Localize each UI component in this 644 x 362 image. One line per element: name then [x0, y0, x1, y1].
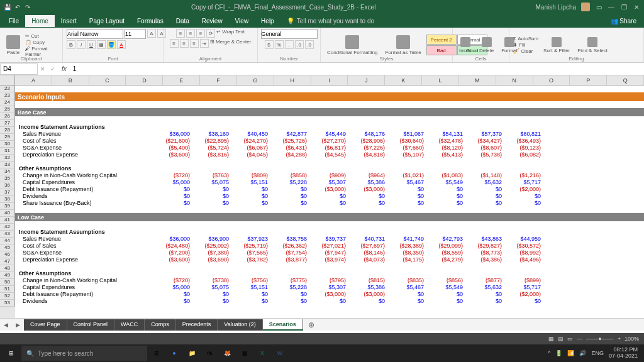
- data-cell[interactable]: $0: [504, 199, 543, 206]
- data-cell[interactable]: $51,067: [387, 130, 426, 137]
- word-icon[interactable]: W: [272, 346, 288, 361]
- data-cell[interactable]: ($21,600): [153, 137, 192, 144]
- col-header-I[interactable]: I: [311, 75, 348, 85]
- data-cell[interactable]: ($3,690): [192, 256, 231, 263]
- user-name[interactable]: Manish Lipcha: [536, 4, 576, 11]
- zoom-in-icon[interactable]: +: [618, 336, 621, 342]
- tab-nav-next-icon[interactable]: ▶: [12, 322, 24, 328]
- redo-icon[interactable]: ↷: [24, 3, 31, 11]
- data-cell[interactable]: ($3,600): [153, 256, 192, 263]
- data-cell[interactable]: $36,000: [153, 235, 192, 242]
- data-cell[interactable]: ($4,496): [504, 256, 543, 263]
- user-avatar-icon[interactable]: [581, 3, 590, 11]
- data-cell[interactable]: $44,959: [504, 235, 543, 242]
- col-header-D[interactable]: D: [126, 75, 163, 85]
- data-cell[interactable]: $0: [348, 199, 387, 206]
- sheet-tab-cover-page[interactable]: Cover Page: [24, 319, 67, 331]
- font-color-button[interactable]: A: [117, 40, 126, 49]
- data-cell[interactable]: ($5,724): [192, 144, 231, 151]
- start-button[interactable]: ⊞: [3, 346, 20, 361]
- data-cell[interactable]: $0: [153, 290, 192, 297]
- language-indicator[interactable]: ENG: [591, 350, 604, 356]
- tab-file[interactable]: File: [3, 15, 25, 27]
- tab-data[interactable]: Data: [170, 15, 196, 27]
- data-cell[interactable]: ($5,413): [426, 151, 465, 158]
- row-header-52[interactable]: 52: [0, 293, 15, 300]
- data-cell[interactable]: $0: [465, 199, 504, 206]
- data-cell[interactable]: ($909): [309, 172, 348, 178]
- data-cell[interactable]: $0: [153, 185, 192, 192]
- minimize-icon[interactable]: —: [608, 3, 615, 11]
- data-cell[interactable]: $45,449: [309, 130, 348, 137]
- row-header-24[interactable]: 24: [0, 99, 15, 106]
- fill-color-button[interactable]: 🪣: [107, 40, 116, 49]
- row-header-40[interactable]: 40: [0, 210, 15, 217]
- data-cell[interactable]: $0: [426, 297, 465, 304]
- view-normal-icon[interactable]: ▦: [548, 336, 554, 342]
- col-header-H[interactable]: H: [274, 75, 311, 85]
- format-painter-button[interactable]: 🖌 Format Painter: [25, 46, 58, 57]
- copy-button[interactable]: 📋 Copy: [25, 40, 58, 45]
- data-cell[interactable]: ($835): [387, 277, 426, 283]
- col-header-E[interactable]: E: [163, 75, 200, 85]
- row-header-47[interactable]: 47: [0, 258, 15, 265]
- data-cell[interactable]: $43,863: [465, 235, 504, 242]
- data-cell[interactable]: ($3,600): [153, 151, 192, 158]
- data-cell[interactable]: $40,450: [231, 130, 270, 137]
- data-cell[interactable]: ($4,279): [426, 256, 465, 263]
- data-cell[interactable]: $0: [153, 192, 192, 199]
- font-size-select[interactable]: [125, 29, 146, 39]
- data-cell[interactable]: $0: [270, 185, 309, 192]
- data-cell[interactable]: $57,379: [465, 130, 504, 137]
- data-cell[interactable]: ($8,559): [426, 249, 465, 256]
- data-cell[interactable]: ($815): [348, 277, 387, 283]
- data-cell[interactable]: ($4,386): [465, 256, 504, 263]
- row-header-53[interactable]: 53: [0, 300, 15, 307]
- data-cell[interactable]: ($1,148): [465, 172, 504, 178]
- fb-enter-icon[interactable]: ✓: [48, 66, 58, 72]
- zoom-level[interactable]: 100%: [625, 336, 639, 342]
- data-cell[interactable]: ($7,565): [231, 249, 270, 256]
- italic-button[interactable]: I: [77, 40, 86, 49]
- data-cell[interactable]: ($24,480): [153, 242, 192, 249]
- style-percent2[interactable]: Percent 2: [426, 35, 457, 45]
- col-header-F[interactable]: F: [200, 75, 237, 85]
- sheet-tab-comps[interactable]: Comps: [145, 319, 176, 331]
- data-cell[interactable]: ($5,400): [153, 144, 192, 151]
- data-cell[interactable]: ($899): [504, 277, 543, 283]
- data-cell[interactable]: ($1,021): [387, 172, 426, 178]
- col-header-G[interactable]: G: [237, 75, 274, 85]
- insert-cells-button[interactable]: Insert: [457, 36, 474, 55]
- data-cell[interactable]: $42,877: [270, 130, 309, 137]
- merge-center-button[interactable]: ⊞ Merge & Center: [210, 39, 252, 48]
- currency-icon[interactable]: $: [265, 40, 274, 49]
- row-header-27[interactable]: 27: [0, 120, 15, 127]
- excel-icon[interactable]: X: [254, 346, 270, 361]
- system-tray[interactable]: ^ 🔋 📶 🔊 ENG 08:12 PM 07-04-2021: [548, 347, 641, 359]
- align-left-icon[interactable]: ≡: [170, 39, 179, 48]
- data-cell[interactable]: $0: [426, 185, 465, 192]
- row-header-33[interactable]: 33: [0, 162, 15, 168]
- col-header-Q[interactable]: Q: [607, 75, 644, 85]
- data-cell[interactable]: $0: [231, 185, 270, 192]
- data-cell[interactable]: $48,176: [348, 130, 387, 137]
- data-cell[interactable]: $0: [387, 199, 426, 206]
- data-cell[interactable]: $5,386: [348, 178, 387, 185]
- data-cell[interactable]: $0: [309, 199, 348, 206]
- conditional-formatting-button[interactable]: Conditional Formatting: [325, 34, 380, 57]
- share-button[interactable]: 👥 Share: [606, 15, 641, 27]
- data-cell[interactable]: $40,731: [348, 235, 387, 242]
- data-cell[interactable]: ($775): [270, 277, 309, 283]
- data-cell[interactable]: ($6,817): [309, 144, 348, 151]
- data-cell[interactable]: ($756): [231, 277, 270, 283]
- data-cell[interactable]: $0: [465, 192, 504, 199]
- fx-icon[interactable]: fx: [58, 65, 70, 72]
- data-cell[interactable]: ($720): [153, 277, 192, 283]
- tab-formulas[interactable]: Formulas: [131, 15, 170, 27]
- row-header-41[interactable]: 41: [0, 217, 15, 224]
- number-format-select[interactable]: [261, 29, 318, 39]
- data-cell[interactable]: ($7,660): [387, 144, 426, 151]
- data-cell[interactable]: $0: [270, 192, 309, 199]
- store-icon[interactable]: 🛍: [201, 346, 218, 361]
- underline-button[interactable]: U: [87, 40, 96, 49]
